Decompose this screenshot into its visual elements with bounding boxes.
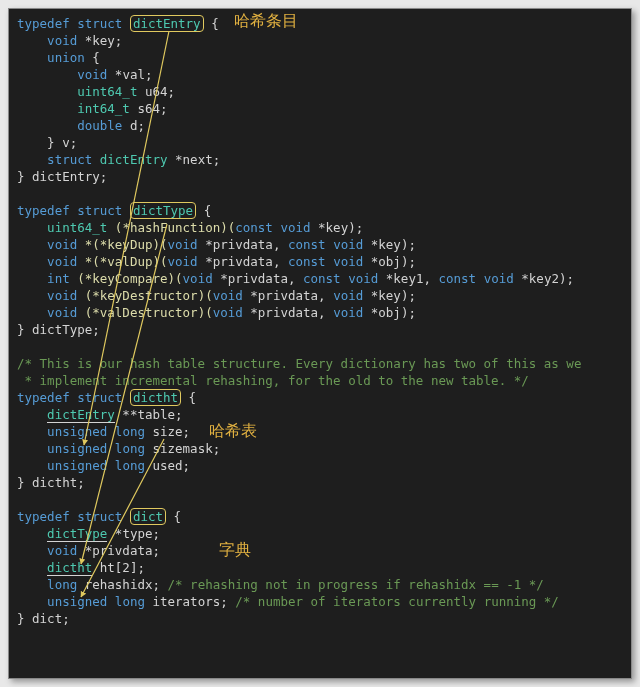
type-dict: dict	[130, 508, 166, 525]
type-dictType: dictType	[130, 202, 196, 219]
code-editor-pane: typedef struct dictEntry { void *key; un…	[8, 8, 632, 679]
end-dict: } dict;	[17, 611, 70, 626]
end-dictht: } dictht;	[17, 475, 85, 490]
end-dictEntry: } dictEntry;	[17, 169, 107, 184]
ref-dictEntry: dictEntry	[47, 407, 115, 423]
end-dictType: } dictType;	[17, 322, 100, 337]
type-dictEntry: dictEntry	[130, 15, 204, 32]
ref-dictType: dictType	[47, 526, 107, 542]
annotation-dict: 字典	[219, 541, 251, 558]
comment-hash-2: * implement incremental rehashing, for t…	[17, 373, 529, 388]
annotation-entry: 哈希条目	[234, 12, 298, 29]
comment-rehash: /* rehashing not in progress if rehashid…	[168, 577, 544, 592]
kw-typedef: typedef	[17, 16, 70, 31]
kw-struct: struct	[77, 16, 122, 31]
source-code: typedef struct dictEntry { void *key; un…	[17, 15, 623, 627]
type-dictht: dictht	[130, 389, 181, 406]
comment-iter: /* number of iterators currently running…	[235, 594, 559, 609]
comment-hash-1: /* This is our hash table structure. Eve…	[17, 356, 581, 371]
annotation-table: 哈希表	[209, 422, 257, 439]
ref-dictht: dictht	[47, 560, 92, 576]
